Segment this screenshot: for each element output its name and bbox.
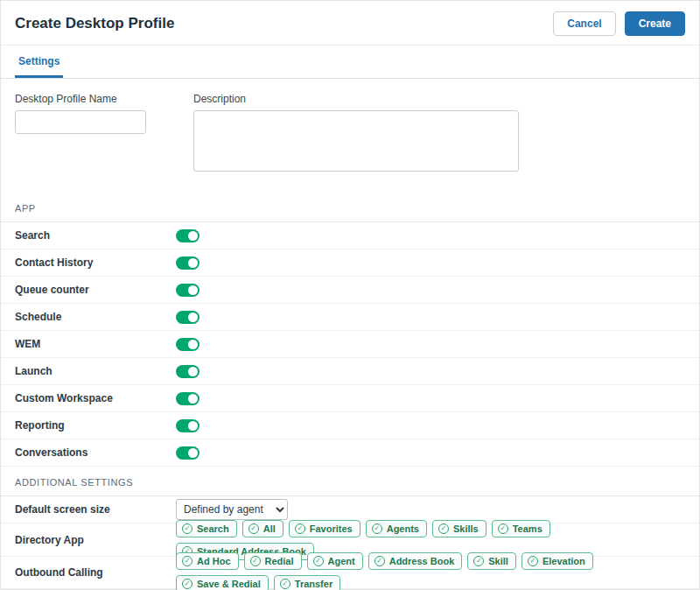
- check-circle-icon: ✓: [498, 523, 508, 534]
- app-row-label: Conversations: [15, 446, 176, 459]
- toggle-custom-workspace[interactable]: [176, 392, 200, 405]
- toggle-wem[interactable]: [176, 338, 200, 351]
- chip-outbound-skill[interactable]: ✓ Skill: [467, 552, 516, 570]
- chip-label: Search: [197, 523, 229, 534]
- chip-directory-agents[interactable]: ✓ Agents: [366, 520, 427, 537]
- profile-name-input[interactable]: [15, 110, 146, 134]
- page-title: Create Desktop Profile: [15, 15, 174, 32]
- check-circle-icon: ✓: [313, 556, 324, 566]
- check-circle-icon: ✓: [528, 556, 538, 566]
- chip-label: Skill: [488, 556, 508, 566]
- chip-label: Favorites: [310, 523, 353, 534]
- default-screen-size-label: Default screen size: [15, 503, 176, 516]
- chip-outbound-redial[interactable]: ✓ Redial: [244, 552, 302, 570]
- chip-outbound-elevation[interactable]: ✓ Elevation: [522, 552, 593, 570]
- directory-app-label: Directory App: [15, 534, 176, 546]
- profile-name-field-group: Desktop Profile Name: [15, 93, 146, 175]
- create-desktop-profile-page: Create Desktop Profile Cancel Create Set…: [0, 0, 700, 590]
- toggle-schedule[interactable]: [176, 311, 200, 324]
- chip-outbound-save-and-redial[interactable]: ✓ Save & Redial: [176, 575, 269, 590]
- app-row-label: Launch: [15, 365, 176, 377]
- check-circle-icon: ✓: [295, 523, 305, 534]
- app-row-schedule: Schedule: [1, 304, 699, 331]
- toggle-contact-history[interactable]: [176, 256, 200, 270]
- outbound-calling-row: Outbound Calling ✓ Ad Hoc ✓ Redial ✓ Age…: [1, 557, 699, 589]
- app-row-wem: WEM: [1, 331, 699, 358]
- app-row-label: Contact History: [15, 256, 176, 269]
- chip-directory-all[interactable]: ✓ All: [242, 520, 284, 537]
- toggle-reporting[interactable]: [176, 419, 200, 432]
- app-row-conversations: Conversations: [1, 439, 699, 467]
- app-row-queue-counter: Queue counter: [1, 277, 699, 304]
- chip-label: Save & Redial: [197, 579, 261, 589]
- chip-outbound-transfer[interactable]: ✓ Transfer: [274, 575, 340, 590]
- toggle-queue-counter[interactable]: [176, 284, 200, 297]
- chip-directory-favorites[interactable]: ✓ Favorites: [289, 520, 360, 537]
- check-circle-icon: ✓: [372, 523, 382, 534]
- chip-label: Teams: [513, 523, 542, 534]
- check-circle-icon: ✓: [438, 523, 449, 534]
- header-actions: Cancel Create: [553, 11, 685, 36]
- chip-directory-skills[interactable]: ✓ Skills: [432, 520, 486, 537]
- app-section-title: APP: [1, 184, 699, 222]
- check-circle-icon: ✓: [280, 579, 290, 589]
- chip-label: Skills: [453, 523, 479, 534]
- app-row-custom-workspace: Custom Workspace: [1, 385, 699, 412]
- check-circle-icon: ✓: [374, 556, 385, 566]
- app-row-search: Search: [1, 222, 699, 249]
- app-row-reporting: Reporting: [1, 412, 699, 439]
- toggle-launch[interactable]: [176, 365, 200, 378]
- cancel-button[interactable]: Cancel: [553, 11, 615, 36]
- tab-settings[interactable]: Settings: [15, 46, 63, 78]
- app-row-label: Queue counter: [15, 284, 176, 296]
- chip-directory-search[interactable]: ✓ Search: [176, 520, 237, 537]
- outbound-calling-chips: ✓ Ad Hoc ✓ Redial ✓ Agent ✓ Address Book…: [176, 552, 685, 590]
- chip-label: Transfer: [295, 579, 332, 589]
- additional-settings-title: ADDITIONAL SETTINGS: [1, 467, 699, 496]
- check-circle-icon: ✓: [182, 523, 192, 534]
- app-row-contact-history: Contact History: [1, 249, 699, 277]
- profile-form: Desktop Profile Name Description: [1, 79, 699, 184]
- app-row-label: Reporting: [15, 419, 176, 432]
- check-circle-icon: ✓: [473, 556, 484, 566]
- toggle-search[interactable]: [176, 229, 200, 242]
- create-button[interactable]: Create: [625, 11, 685, 36]
- profile-name-label: Desktop Profile Name: [15, 93, 146, 105]
- chip-label: Address Book: [389, 556, 455, 566]
- app-row-label: Search: [15, 229, 176, 242]
- toggle-conversations[interactable]: [176, 446, 200, 460]
- check-circle-icon: ✓: [182, 579, 192, 589]
- description-textarea[interactable]: [193, 110, 519, 172]
- app-row-label: WEM: [15, 338, 176, 350]
- tab-bar: Settings: [1, 45, 699, 79]
- outbound-calling-label: Outbound Calling: [15, 566, 176, 579]
- app-row-label: Schedule: [15, 311, 176, 323]
- app-row-label: Custom Workspace: [15, 392, 176, 404]
- app-row-launch: Launch: [1, 358, 699, 385]
- default-screen-size-select[interactable]: Defined by agent: [176, 499, 288, 520]
- chip-label: All: [263, 523, 276, 534]
- check-circle-icon: ✓: [182, 556, 192, 566]
- chip-directory-teams[interactable]: ✓ Teams: [492, 520, 550, 537]
- chip-label: Redial: [265, 556, 294, 566]
- chip-outbound-agent[interactable]: ✓ Agent: [307, 552, 363, 570]
- chip-outbound-ad-hoc[interactable]: ✓ Ad Hoc: [176, 552, 239, 570]
- chip-outbound-address-book[interactable]: ✓ Address Book: [368, 552, 463, 570]
- chip-label: Agent: [328, 556, 355, 566]
- check-circle-icon: ✓: [248, 523, 259, 534]
- description-label: Description: [193, 93, 519, 105]
- chip-label: Agents: [387, 523, 419, 534]
- page-header: Create Desktop Profile Cancel Create: [1, 1, 699, 45]
- check-circle-icon: ✓: [250, 556, 261, 566]
- chip-label: Ad Hoc: [197, 556, 231, 566]
- description-field-group: Description: [193, 93, 519, 175]
- chip-label: Elevation: [542, 556, 585, 566]
